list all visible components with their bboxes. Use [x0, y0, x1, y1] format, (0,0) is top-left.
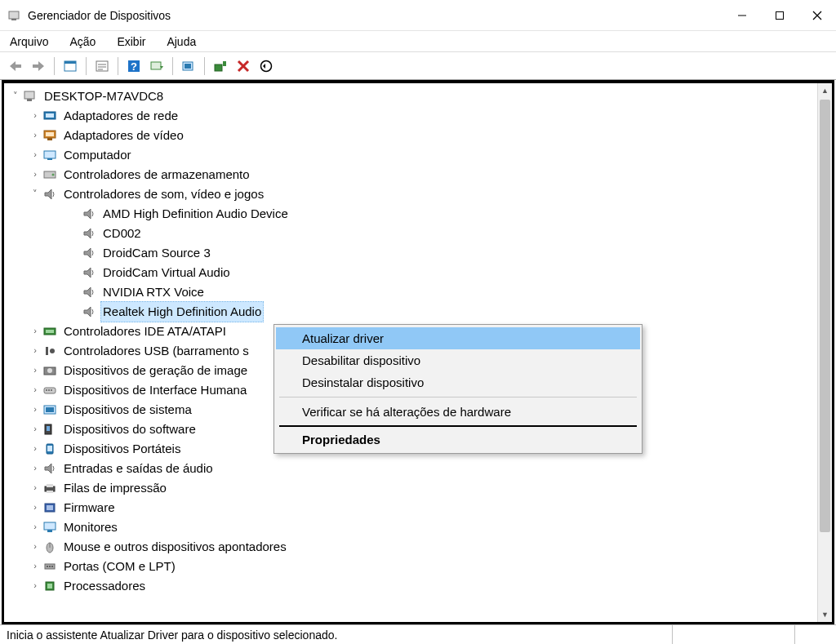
- expander-icon[interactable]: ˅: [29, 187, 42, 202]
- imaging-icon: [42, 363, 58, 378]
- close-button[interactable]: [798, 0, 836, 30]
- tree-category[interactable]: ›Adaptadores de vídeo: [9, 126, 817, 145]
- svg-rect-52: [48, 389, 50, 391]
- svg-rect-26: [24, 91, 34, 99]
- tree-device[interactable]: AMD High Definition Audio Device: [9, 204, 817, 224]
- cpu-icon: [42, 579, 58, 593]
- svg-rect-55: [46, 407, 54, 412]
- properties-button[interactable]: [91, 56, 113, 77]
- context-item[interactable]: Desinstalar dispositivo: [276, 371, 640, 393]
- scroll-track[interactable]: [818, 98, 832, 607]
- tree-category[interactable]: ›Controladores de armazenamento: [9, 165, 817, 184]
- expander-icon[interactable]: ›: [29, 422, 42, 437]
- menu-exibir[interactable]: Exibir: [113, 33, 149, 50]
- expander-icon[interactable]: ›: [29, 383, 42, 398]
- sound-icon: [42, 187, 58, 202]
- ide-icon: [42, 324, 58, 339]
- tree-category[interactable]: ˅Controladores de som, vídeo e jogos: [9, 184, 817, 204]
- tree-device[interactable]: DroidCam Virtual Audio: [9, 263, 817, 282]
- tree-root[interactable]: ˅DESKTOP-M7AVDC8: [9, 87, 817, 106]
- expander-icon[interactable]: ›: [29, 579, 42, 593]
- expander-icon[interactable]: ›: [29, 109, 42, 123]
- show-hidden-button[interactable]: [60, 56, 81, 77]
- tree-device[interactable]: DroidCam Source 3: [9, 243, 817, 263]
- context-item[interactable]: Atualizar driver: [276, 327, 640, 349]
- scroll-up-button[interactable]: ▲: [818, 83, 832, 98]
- tree-item-label: Computador: [61, 145, 134, 165]
- expander-icon[interactable]: ›: [29, 500, 42, 515]
- vertical-scrollbar[interactable]: ▲ ▼: [817, 83, 832, 622]
- svg-rect-62: [47, 484, 53, 487]
- expander-icon[interactable]: ˅: [9, 89, 22, 104]
- expander-icon[interactable]: ›: [29, 363, 42, 378]
- uninstall-button[interactable]: [233, 56, 254, 77]
- scan-hardware-button[interactable]: [146, 56, 167, 77]
- svg-point-24: [261, 60, 272, 71]
- tree-device[interactable]: CD002: [9, 224, 817, 243]
- firmware-icon: [42, 500, 58, 515]
- expander-icon[interactable]: ›: [29, 461, 42, 476]
- sound-icon: [81, 304, 97, 319]
- svg-rect-31: [46, 132, 54, 136]
- add-legacy-button[interactable]: [210, 56, 231, 77]
- svg-point-36: [52, 174, 55, 176]
- svg-rect-34: [47, 158, 52, 160]
- tree-category[interactable]: ›Mouse e outros dispositivos apontadores: [9, 537, 817, 557]
- context-item[interactable]: Verificar se há alterações de hardware: [276, 401, 640, 423]
- expander-icon[interactable]: ›: [29, 520, 42, 535]
- svg-rect-53: [51, 389, 52, 391]
- sound-icon: [81, 246, 97, 260]
- sound-icon: [81, 265, 97, 280]
- tree-category[interactable]: ›Filas de impressão: [9, 478, 817, 498]
- expander-icon[interactable]: ›: [29, 442, 42, 456]
- enable-button[interactable]: [256, 56, 277, 77]
- expander-icon[interactable]: ›: [29, 344, 42, 358]
- tree-device[interactable]: Realtek High Definition Audio: [9, 302, 817, 322]
- svg-marker-25: [263, 64, 265, 69]
- svg-rect-16: [151, 62, 161, 69]
- tree-item-label: DroidCam Source 3: [100, 243, 213, 263]
- tree-category[interactable]: ›Computador: [9, 145, 817, 165]
- help-button[interactable]: ?: [123, 56, 145, 77]
- svg-marker-39: [84, 229, 91, 238]
- back-button[interactable]: [5, 56, 26, 77]
- tree-category[interactable]: ›Portas (COM e LPT): [9, 557, 817, 576]
- svg-marker-43: [84, 307, 91, 317]
- toolbar: ?: [0, 52, 836, 80]
- minimize-button[interactable]: [723, 0, 761, 30]
- tree-item-label: NVIDIA RTX Voice: [100, 282, 207, 302]
- expander-icon[interactable]: ›: [29, 167, 42, 182]
- tree-device[interactable]: NVIDIA RTX Voice: [9, 282, 817, 302]
- tree-category[interactable]: ›Entradas e saídas de áudio: [9, 459, 817, 478]
- maximize-button[interactable]: [761, 0, 798, 30]
- menu-acao[interactable]: Ação: [66, 33, 99, 50]
- tree-category[interactable]: ›Monitores: [9, 517, 817, 537]
- ports-icon: [42, 559, 58, 574]
- tree-item-label: Filas de impressão: [61, 478, 169, 498]
- tree-item-label: DroidCam Virtual Audio: [100, 263, 233, 282]
- tree-category[interactable]: ›Processadores: [9, 576, 817, 596]
- tree-item-label: Processadores: [61, 576, 148, 596]
- forward-button[interactable]: [28, 56, 49, 77]
- scroll-down-button[interactable]: ▼: [818, 607, 832, 622]
- svg-rect-21: [223, 61, 226, 66]
- scroll-thumb[interactable]: [820, 100, 830, 532]
- expander-icon[interactable]: ›: [29, 402, 42, 417]
- tree-category[interactable]: ›Adaptadores de rede: [9, 106, 817, 126]
- expander-icon[interactable]: ›: [29, 128, 42, 143]
- menu-ajuda[interactable]: Ajuda: [163, 33, 199, 50]
- tree-item-label: Entradas e saídas de áudio: [61, 459, 216, 478]
- tree-category[interactable]: ›Firmware: [9, 498, 817, 517]
- expander-icon[interactable]: ›: [29, 540, 42, 554]
- expander-icon[interactable]: ›: [29, 559, 42, 574]
- menu-arquivo[interactable]: Arquivo: [7, 33, 51, 50]
- expander-icon[interactable]: ›: [29, 148, 42, 162]
- expander-icon[interactable]: ›: [29, 481, 42, 495]
- context-item[interactable]: Desabilitar dispositivo: [276, 349, 640, 371]
- computerRoot-icon: [22, 89, 38, 104]
- context-item[interactable]: Propriedades: [276, 429, 640, 451]
- expander-icon[interactable]: ›: [29, 324, 42, 339]
- update-driver-button[interactable]: [178, 56, 199, 77]
- svg-marker-40: [84, 248, 91, 258]
- portable-icon: [42, 442, 58, 456]
